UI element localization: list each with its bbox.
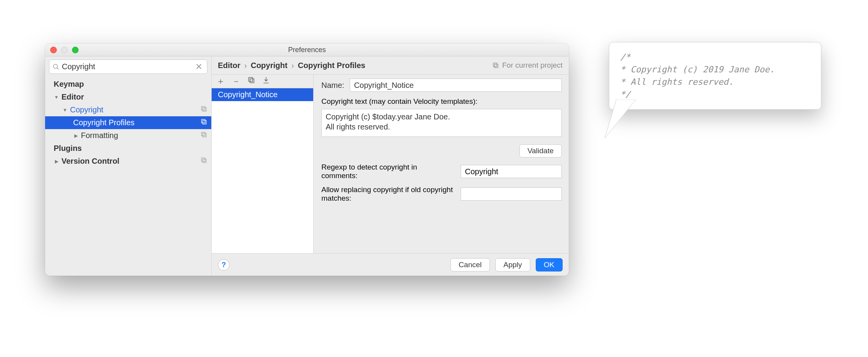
profile-form: Name: Copyright text (may contain Veloci… bbox=[314, 75, 569, 253]
profile-item[interactable]: Copyright_Notice bbox=[212, 88, 313, 101]
svg-rect-6 bbox=[203, 133, 206, 137]
add-profile-button[interactable]: ＋ bbox=[216, 75, 225, 87]
svg-line-1 bbox=[57, 68, 59, 70]
svg-rect-4 bbox=[203, 121, 206, 124]
profiles-column: ＋ － Copyright_Notice bbox=[212, 75, 314, 253]
sidebar-item-version-control[interactable]: Version Control bbox=[45, 155, 211, 168]
project-scope-icon bbox=[200, 118, 207, 127]
dialog-footer: ? Cancel Apply OK bbox=[212, 253, 569, 276]
svg-rect-5 bbox=[202, 119, 205, 123]
titlebar: Preferences bbox=[45, 44, 569, 56]
preview-callout: /* * Copyright (c) 2019 Jane Doe. * All … bbox=[609, 42, 821, 110]
preview-line: /* bbox=[620, 51, 810, 63]
window-title: Preferences bbox=[45, 46, 569, 54]
svg-rect-12 bbox=[250, 79, 254, 83]
svg-rect-7 bbox=[202, 132, 205, 136]
search-field[interactable]: ✕ bbox=[49, 60, 207, 74]
svg-marker-14 bbox=[605, 100, 636, 138]
sidebar-item-copyright[interactable]: Copyright bbox=[45, 103, 211, 116]
sidebar-item-editor[interactable]: Editor bbox=[45, 91, 211, 103]
regexp-label: Regexp to detect copyright in comments: bbox=[321, 163, 453, 180]
search-icon bbox=[53, 63, 60, 70]
sidebar: ✕ Keymap Editor Copyright bbox=[45, 56, 212, 276]
svg-rect-8 bbox=[203, 159, 206, 163]
apply-button[interactable]: Apply bbox=[495, 258, 530, 271]
svg-rect-11 bbox=[493, 63, 497, 66]
svg-rect-3 bbox=[202, 107, 205, 110]
copyright-text-input[interactable] bbox=[321, 109, 562, 137]
svg-rect-9 bbox=[202, 158, 205, 161]
allow-replacing-input[interactable] bbox=[461, 187, 562, 201]
project-scope-icon bbox=[200, 157, 207, 166]
project-scope-icon bbox=[492, 62, 499, 69]
sidebar-item-formatting[interactable]: Formatting bbox=[45, 129, 211, 142]
name-label: Name: bbox=[321, 81, 344, 90]
svg-rect-2 bbox=[203, 108, 206, 111]
chevron-right-icon bbox=[54, 159, 59, 164]
chevron-right-icon: › bbox=[244, 61, 247, 70]
search-input[interactable] bbox=[60, 62, 194, 71]
preview-line: * All rights reserved. bbox=[620, 76, 810, 88]
breadcrumb: Editor › Copyright › Copyright Profiles bbox=[218, 61, 365, 70]
preview-line: * Copyright (c) 2019 Jane Doe. bbox=[620, 63, 810, 76]
chevron-right-icon bbox=[73, 133, 79, 138]
remove-profile-button[interactable]: － bbox=[232, 75, 240, 87]
breadcrumb-editor[interactable]: Editor bbox=[218, 61, 240, 70]
header: Editor › Copyright › Copyright Profiles … bbox=[212, 56, 569, 75]
scope-label: For current project bbox=[492, 61, 563, 70]
help-button[interactable]: ? bbox=[218, 259, 230, 271]
import-profile-button[interactable] bbox=[262, 76, 270, 86]
project-scope-icon bbox=[200, 105, 207, 114]
breadcrumb-copyright[interactable]: Copyright bbox=[251, 61, 287, 70]
name-input[interactable] bbox=[350, 79, 562, 92]
settings-tree: Keymap Editor Copyright Copyright Profil… bbox=[45, 76, 211, 168]
clear-search-icon[interactable]: ✕ bbox=[194, 62, 204, 72]
copy-profile-button[interactable] bbox=[247, 76, 255, 86]
chevron-down-icon bbox=[54, 94, 59, 100]
cancel-button[interactable]: Cancel bbox=[451, 258, 490, 271]
regexp-input[interactable] bbox=[461, 165, 562, 178]
validate-button[interactable]: Validate bbox=[519, 144, 562, 158]
main-panel: Editor › Copyright › Copyright Profiles … bbox=[212, 56, 569, 276]
svg-rect-13 bbox=[249, 77, 253, 81]
project-scope-icon bbox=[200, 131, 207, 140]
ok-button[interactable]: OK bbox=[536, 258, 563, 271]
sidebar-item-keymap[interactable]: Keymap bbox=[45, 78, 211, 91]
svg-rect-10 bbox=[494, 64, 498, 68]
preferences-window: Preferences ✕ Keymap Editor bbox=[45, 44, 569, 276]
profiles-list: Copyright_Notice bbox=[212, 88, 313, 253]
breadcrumb-copyright-profiles: Copyright Profiles bbox=[298, 61, 365, 70]
copyright-text-label: Copyright text (may contain Velocity tem… bbox=[321, 97, 562, 106]
preview-line: */ bbox=[620, 88, 810, 101]
allow-replacing-label: Allow replacing copyright if old copyrig… bbox=[321, 186, 453, 203]
sidebar-item-copyright-profiles[interactable]: Copyright Profiles bbox=[45, 116, 211, 129]
svg-point-0 bbox=[53, 64, 58, 68]
chevron-right-icon: › bbox=[291, 61, 294, 70]
sidebar-item-plugins[interactable]: Plugins bbox=[45, 142, 211, 155]
chevron-down-icon bbox=[62, 107, 68, 113]
profiles-toolbar: ＋ － bbox=[212, 75, 313, 88]
